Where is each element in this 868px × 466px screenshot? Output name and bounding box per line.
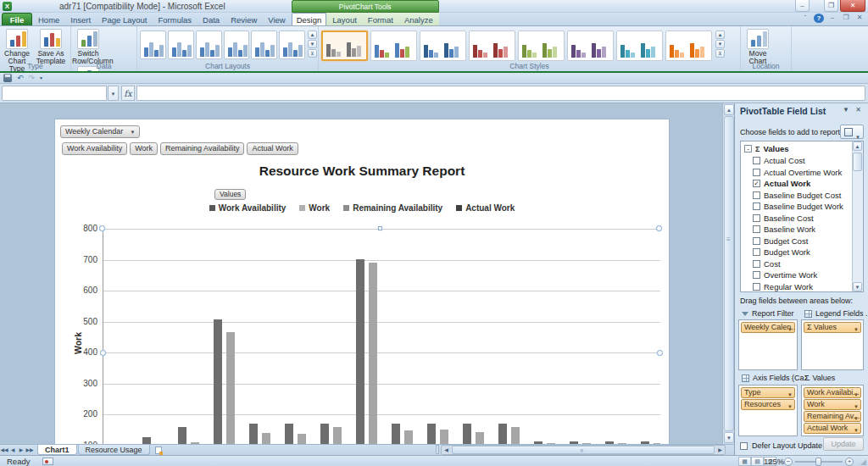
workbook-close-icon[interactable]: ✕ — [854, 14, 865, 23]
values-group-header[interactable]: - Σ Values — [744, 143, 789, 154]
checkbox[interactable] — [753, 214, 760, 222]
button-save-as-template[interactable]: Save AsTemplate — [35, 28, 67, 65]
field-item-actual-overtime-work[interactable]: Actual Overtime Work — [753, 167, 842, 178]
chart-style-teal[interactable] — [616, 31, 663, 61]
gallery-scroll-more-icon[interactable]: ⊻ — [308, 49, 317, 58]
checkbox[interactable] — [753, 248, 760, 256]
area-field-type[interactable]: Type▼ — [741, 387, 795, 398]
field-item-budget-cost[interactable]: Budget Cost — [753, 236, 808, 247]
button-switch-row-column[interactable]: SwitchRow/Column — [72, 28, 104, 65]
bar-work[interactable] — [404, 430, 413, 444]
redo-icon[interactable]: ↷ — [29, 74, 36, 83]
workbook-restore-icon[interactable]: ❐ — [841, 14, 851, 23]
field-item-baseline-work[interactable]: Baseline Work — [753, 224, 815, 235]
scroll-up-icon[interactable]: ▲ — [853, 141, 862, 151]
zoom-out-icon[interactable]: − — [784, 458, 793, 466]
selection-handle[interactable] — [657, 350, 663, 356]
gallery-scroll-up-icon[interactable]: ▲ — [308, 31, 317, 39]
close-button[interactable]: ✕ — [840, 0, 865, 12]
axis-fields-area[interactable]: Type▼Resources▼ — [738, 385, 798, 436]
area-field-work-availabi[interactable]: Work Availabi...▼ — [804, 387, 861, 398]
field-item-actual-work[interactable]: Actual Work — [753, 178, 810, 189]
update-button[interactable]: Update — [823, 437, 864, 451]
checkbox[interactable] — [753, 202, 760, 210]
field-list-layout-button[interactable]: ▼ — [840, 125, 864, 139]
area-field-values[interactable]: Σ Values▼ — [804, 322, 861, 333]
gallery-scroll-down-icon[interactable]: ▼ — [715, 40, 725, 48]
bar-work-availability[interactable] — [285, 424, 293, 444]
horizontal-scroll-thumb[interactable] — [452, 446, 715, 454]
field-item-overtime-work[interactable]: Overtime Work — [753, 269, 817, 280]
tab-format[interactable]: Format — [363, 13, 398, 25]
zoom-slider-thumb[interactable] — [815, 458, 821, 466]
bar-work-availability[interactable] — [392, 424, 400, 444]
name-box[interactable] — [2, 86, 107, 101]
bar-work[interactable] — [476, 432, 484, 444]
selection-handle[interactable] — [99, 225, 105, 231]
bar-work-availability[interactable] — [214, 319, 222, 444]
bar-work[interactable] — [262, 433, 270, 444]
field-list-scrollbar[interactable]: ▲ ▼ — [852, 141, 863, 291]
tab-analyze[interactable]: Analyze — [399, 13, 438, 25]
pivot-chart[interactable]: Weekly Calendar▼ Work AvailabilityWorkRe… — [54, 119, 670, 444]
field-item-baseline-budget-work[interactable]: Baseline Budget Work — [753, 201, 843, 212]
resize-grip[interactable]: ◢ — [860, 458, 866, 466]
field-item-regular-work[interactable]: Regular Work — [753, 281, 813, 292]
tab-split-handle[interactable] — [436, 445, 439, 454]
collapse-ribbon-icon[interactable]: ˆ — [800, 14, 810, 23]
area-field-work[interactable]: Work▼ — [804, 399, 861, 410]
checkbox[interactable] — [753, 283, 760, 291]
field-item-baseline-budget-cost[interactable]: Baseline Budget Cost — [753, 190, 841, 201]
chart-style-purple[interactable] — [567, 31, 614, 61]
tab-layout[interactable]: Layout — [327, 13, 362, 25]
field-item-cost[interactable]: Cost — [753, 258, 781, 269]
sheet-tab-chart1[interactable]: Chart1 — [37, 445, 77, 455]
checkbox[interactable] — [753, 271, 760, 279]
page-layout-view-icon[interactable]: ▤ — [751, 457, 764, 466]
field-item-baseline-cost[interactable]: Baseline Cost — [753, 213, 814, 224]
gallery-scroll-up-icon[interactable]: ▲ — [715, 31, 725, 39]
tab-page-layout[interactable]: Page Layout — [97, 13, 152, 25]
pane-options-icon[interactable]: ▼ — [843, 106, 849, 114]
button-move-chart[interactable]: MoveChart — [742, 28, 774, 65]
bar-work-availability[interactable] — [249, 424, 258, 444]
bar-work-availability[interactable] — [178, 427, 186, 444]
gallery-scroll-more-icon[interactable]: ⊻ — [715, 49, 725, 58]
checkbox[interactable] — [753, 157, 760, 164]
chart-style-red[interactable] — [469, 31, 515, 61]
area-field-weekly-calen[interactable]: Weekly Calen...▼ — [741, 322, 795, 333]
chart-style-gray[interactable] — [321, 31, 368, 61]
tab-formulas[interactable]: Formulas — [153, 13, 197, 25]
values-area[interactable]: Work Availabi...▼Work▼Remaining Av...▼Ac… — [801, 385, 864, 436]
report-filter-area[interactable]: Weekly Calen...▼ — [738, 319, 798, 370]
sheet-tab-resource-usage[interactable]: Resource Usage — [78, 445, 150, 455]
bar-work[interactable] — [226, 332, 235, 444]
tab-data[interactable]: Data — [198, 13, 225, 25]
field-item-actual-cost[interactable]: Actual Cost — [753, 155, 805, 166]
bar-work-availability[interactable] — [320, 424, 329, 444]
area-field-resources[interactable]: Resources▼ — [741, 399, 795, 410]
zoom-in-icon[interactable]: + — [845, 458, 854, 466]
insert-function-button[interactable]: fx — [121, 86, 135, 101]
scroll-left-icon[interactable]: ◀ — [442, 446, 451, 454]
chart-layout-thumb[interactable] — [168, 31, 194, 59]
tab-view[interactable]: View — [263, 13, 290, 25]
pane-close-icon[interactable]: ✕ — [855, 106, 861, 114]
chart-layout-thumb[interactable] — [251, 31, 277, 59]
chart-layout-thumb[interactable] — [196, 31, 222, 59]
bar-work[interactable] — [298, 434, 306, 444]
formula-input[interactable] — [136, 86, 865, 101]
scroll-up-icon[interactable]: ▲ — [724, 104, 734, 115]
bar-work[interactable] — [440, 430, 448, 444]
bar-work-availability[interactable] — [463, 424, 471, 444]
values-field-button[interactable]: Values — [214, 189, 246, 200]
plot-area[interactable] — [103, 229, 660, 444]
chart-style-multi[interactable] — [370, 31, 417, 61]
checkbox[interactable] — [753, 225, 760, 233]
bar-work-availability[interactable] — [356, 259, 364, 444]
scroll-down-icon[interactable]: ▼ — [853, 282, 862, 291]
chart-layout-thumb[interactable] — [140, 31, 166, 59]
chart-layout-thumb[interactable] — [224, 31, 250, 59]
chart-filter-button[interactable]: Weekly Calendar▼ — [60, 125, 140, 138]
selection-handle[interactable] — [100, 350, 106, 356]
